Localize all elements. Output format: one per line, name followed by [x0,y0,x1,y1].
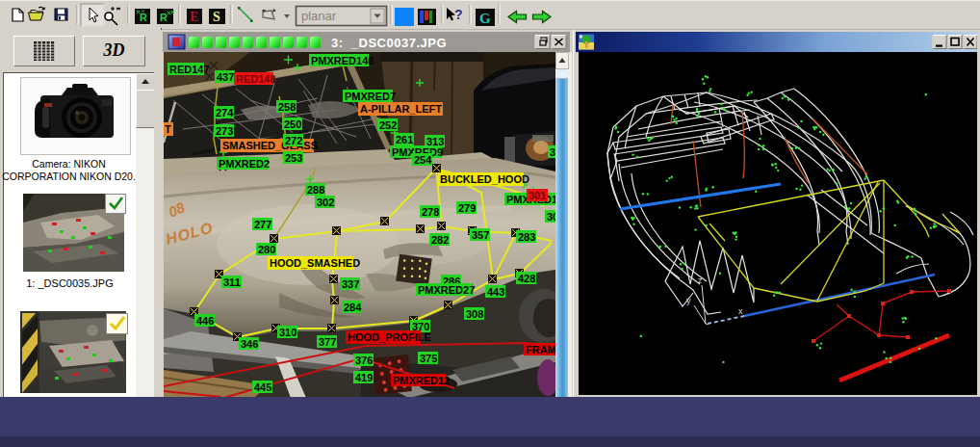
svg-text:310: 310 [279,327,297,338]
svg-text:FRAME: FRAME [526,344,555,355]
svg-text:254: 254 [414,154,432,166]
svg-text:E: E [190,10,198,24]
svg-text:S: S [213,10,220,24]
svg-text:443: 443 [487,286,504,298]
svg-text:301: 301 [529,190,546,201]
svg-text:273: 273 [216,125,233,137]
svg-text:30: 30 [547,211,555,223]
svg-text:T: T [165,123,171,135]
svg-text:HOOD_SMASHED: HOOD_SMASHED [270,257,360,269]
svg-text:446: 446 [196,315,214,327]
svg-text:282: 282 [431,234,449,246]
svg-text:RED148: RED148 [236,73,276,85]
svg-text:planar: planar [301,9,337,23]
svg-text:258: 258 [278,101,296,113]
svg-text:280: 280 [258,244,275,255]
svg-text:A-PILLAR_LEFT: A-PILLAR_LEFT [360,103,442,115]
svg-text:419: 419 [355,372,373,383]
svg-text:437: 437 [217,71,234,83]
svg-text:302: 302 [317,197,334,208]
svg-text:PMXRED7: PMXRED7 [345,91,396,102]
svg-text:337: 337 [342,278,359,290]
svg-text:SMASHED_GLASS: SMASHED_GLASS [222,140,318,151]
svg-text:277: 277 [254,219,271,230]
svg-text:283: 283 [518,231,535,243]
svg-text:BUCKLED_HOOD: BUCKLED_HOOD [440,173,529,185]
svg-text:250: 250 [284,118,301,130]
svg-text:279: 279 [458,202,476,214]
svg-text:376: 376 [355,355,373,366]
svg-text:278: 278 [422,206,439,218]
svg-text:252: 252 [379,119,397,131]
svg-text:284: 284 [344,302,362,313]
svg-text:288: 288 [307,184,324,196]
svg-text:PMXRED12: PMXRED12 [393,375,450,386]
svg-text:PMXRED146: PMXRED146 [311,55,374,66]
svg-text:272: 272 [285,135,302,146]
svg-text:R: R [160,12,168,23]
svg-text:?: ? [454,7,463,22]
svg-text:253: 253 [285,152,302,164]
svg-text:274: 274 [216,107,234,118]
svg-text:y: y [686,296,691,305]
svg-text:R: R [140,12,147,23]
svg-text:377: 377 [319,336,336,348]
svg-text:z: z [698,276,703,285]
svg-text:PMXRED27: PMXRED27 [418,284,475,296]
svg-text:308: 308 [466,308,483,320]
svg-text:357: 357 [472,229,489,241]
svg-text:375: 375 [420,353,437,364]
svg-text:445: 445 [254,381,271,393]
svg-text:261: 261 [396,134,413,145]
svg-text:x: x [738,306,743,316]
svg-text:3: _DSC0037.JPG: 3: _DSC0037.JPG [331,36,447,50]
svg-text:PMXRED2: PMXRED2 [219,158,270,170]
svg-text:RED147: RED147 [169,64,210,75]
svg-text:HOOD_PROFILE: HOOD_PROFILE [348,331,431,343]
svg-text:G: G [479,11,491,26]
svg-text:428: 428 [518,273,535,284]
svg-text:311: 311 [223,276,241,288]
svg-text:346: 346 [241,338,258,350]
